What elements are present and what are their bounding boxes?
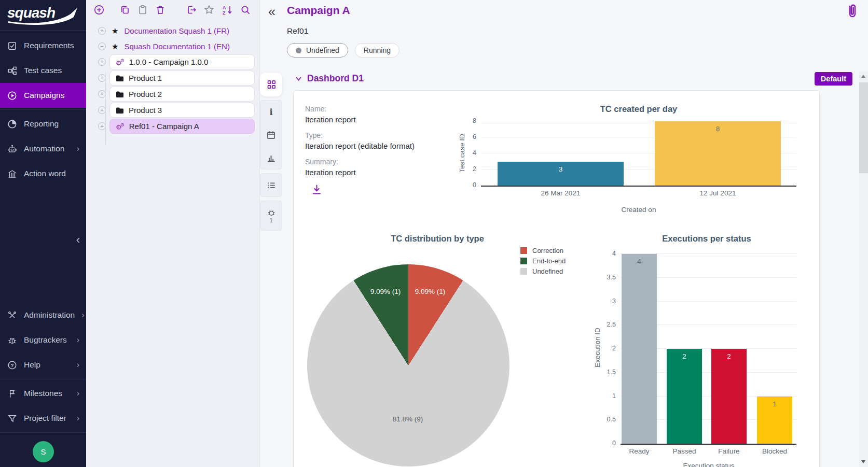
pie-slice-label-correction: 9.09% (1): [415, 288, 446, 295]
tab-planning[interactable]: [260, 123, 282, 146]
expand-icon[interactable]: +: [98, 58, 106, 66]
legend-swatch-correction: [520, 247, 527, 254]
sidebar-item-help[interactable]: ? Help ›: [0, 352, 86, 377]
tree-node-card[interactable]: Product 3: [109, 103, 255, 118]
expand-icon[interactable]: +: [98, 74, 106, 82]
y-tick-label: 2.5: [607, 321, 616, 328]
scroll-down-arrow-icon[interactable]: [861, 460, 865, 463]
issue-count-badge: 1: [269, 217, 272, 223]
tab-information[interactable]: i: [260, 101, 282, 123]
tab-issues[interactable]: 1: [260, 201, 282, 230]
logo-text: squash: [7, 5, 55, 21]
legend-label: Correction: [532, 247, 563, 254]
tree-node-product-2: + Product 2: [98, 86, 259, 102]
squash-logo[interactable]: squash: [4, 3, 83, 26]
bar-value-label: 8: [716, 125, 720, 133]
sort-button[interactable]: AZ: [221, 3, 234, 17]
scrollbar-thumb[interactable]: [859, 82, 868, 173]
sidebar-item-bugtrackers[interactable]: Bugtrackers ›: [0, 328, 86, 352]
list-icon: [266, 180, 276, 190]
test-cases-icon: [7, 65, 17, 76]
sidebar-item-milestones[interactable]: Milestones ›: [0, 381, 86, 406]
y-tick-label: 6: [473, 133, 476, 140]
sidebar-divider: [0, 109, 86, 110]
tree-project-label: Documentation Squash 1 (FR): [124, 26, 229, 35]
chevron-right-icon: ›: [77, 144, 79, 153]
sidebar-item-label: Requirements: [24, 41, 74, 50]
collapse-icon[interactable]: −: [98, 43, 106, 50]
sidebar-item-project-filter[interactable]: Project filter ›: [0, 406, 86, 431]
tree-project-documentation-squash-1-fr[interactable]: + ★ Documentation Squash 1 (FR): [86, 23, 259, 38]
entity-tab-rail: i 1: [260, 73, 282, 231]
tree-node-card[interactable]: Product 2: [109, 87, 255, 102]
chevron-down-icon[interactable]: [295, 76, 302, 81]
tree-node-card[interactable]: ⚙⚙ 1.0.0 - Campaign 1.0.0: [109, 54, 255, 69]
paperclip-icon: [846, 3, 859, 20]
add-button[interactable]: [92, 3, 106, 17]
requirements-icon: [7, 40, 17, 51]
scroll-up-arrow-icon[interactable]: [861, 75, 865, 78]
vertical-scrollbar[interactable]: [859, 71, 868, 467]
expand-icon[interactable]: +: [98, 106, 106, 114]
bug-icon: [7, 335, 17, 345]
tree-body: + ★ Documentation Squash 1 (FR) − ★ Squa…: [86, 23, 259, 134]
sidebar-item-test-cases[interactable]: Test cases: [0, 58, 86, 83]
svg-text:?: ?: [10, 362, 13, 367]
dashboard-title[interactable]: Dashbord D1: [307, 73, 364, 84]
sidebar-item-requirements[interactable]: Requirements: [0, 33, 86, 58]
bar-Ready: [622, 254, 657, 444]
administration-icon: [7, 310, 17, 320]
sidebar-item-action-word[interactable]: Action word: [0, 161, 86, 186]
tab-statistics[interactable]: [260, 146, 282, 169]
sidebar: squash Requirements Test cases Campaigns…: [0, 0, 86, 467]
folder-icon: [116, 75, 124, 82]
x-tick-label: Passed: [672, 447, 696, 455]
status-badge-undefined[interactable]: Undefined: [287, 43, 348, 58]
tree-project-squash-documentation-1-en[interactable]: − ★ Squash Documentation 1 (EN): [86, 38, 259, 54]
export-button[interactable]: [185, 3, 198, 17]
chevron-right-icon: ›: [77, 335, 79, 345]
sidebar-item-campaigns[interactable]: Campaigns: [0, 83, 86, 108]
paste-button[interactable]: [136, 3, 149, 17]
y-axis-label-execution-id: Execution ID: [594, 306, 601, 389]
pie-slice-label-undefined: 81.8% (9): [393, 415, 423, 423]
tree-node-card[interactable]: Product 1: [109, 70, 255, 86]
chevron-right-icon: ›: [77, 360, 79, 370]
tc-created-per-day-plot: 02468326 Mar 2021812 Jul 2021: [481, 121, 796, 187]
tc-distribution-pie: [307, 264, 509, 466]
download-report-button[interactable]: [311, 184, 322, 197]
tree-node-product-3: + Product 3: [98, 102, 259, 118]
sidebar-item-administration[interactable]: Administration ›: [0, 303, 86, 328]
tab-dashboard[interactable]: [260, 73, 282, 96]
expand-icon[interactable]: +: [98, 27, 106, 35]
tree-guide-line: [105, 72, 106, 145]
user-avatar[interactable]: S: [33, 441, 54, 462]
search-icon[interactable]: [239, 3, 252, 17]
sidebar-item-automation[interactable]: Automation ›: [0, 136, 86, 161]
chart-title-executions-per-status: Executions per status: [603, 234, 810, 244]
y-tick-label: 1.5: [607, 369, 616, 376]
sidebar-divider: [0, 30, 86, 31]
copy-button[interactable]: [118, 3, 132, 17]
attachments-button[interactable]: [846, 3, 859, 22]
y-tick-label: 3.5: [607, 274, 616, 281]
expand-icon[interactable]: +: [98, 122, 106, 130]
delete-button[interactable]: [154, 3, 167, 17]
tab-execution-plan[interactable]: [260, 174, 282, 196]
y-tick-label: 2: [473, 165, 476, 173]
chevron-right-icon: ›: [77, 414, 79, 423]
tree-node-card-selected[interactable]: ⚙⚙ Ref01 - Campaign A: [109, 119, 255, 134]
sidebar-collapse-button[interactable]: ‹: [76, 234, 80, 246]
x-tick-label: Ready: [629, 447, 649, 455]
campaign-icon: ⚙⚙: [116, 122, 125, 131]
favorite-star-button[interactable]: [202, 3, 216, 17]
y-tick-label: 0: [612, 440, 616, 447]
expand-icon[interactable]: +: [98, 90, 106, 98]
legend-row-undefined: Undefined: [520, 267, 566, 275]
collapse-tree-button[interactable]: «: [268, 4, 275, 19]
sidebar-item-reporting[interactable]: Reporting: [0, 111, 86, 136]
squash-app-window: squash Requirements Test cases Campaigns…: [0, 0, 868, 467]
status-badge-running[interactable]: Running: [355, 43, 399, 58]
tree-node-label: Product 2: [129, 90, 162, 98]
sidebar-divider: [0, 432, 86, 433]
